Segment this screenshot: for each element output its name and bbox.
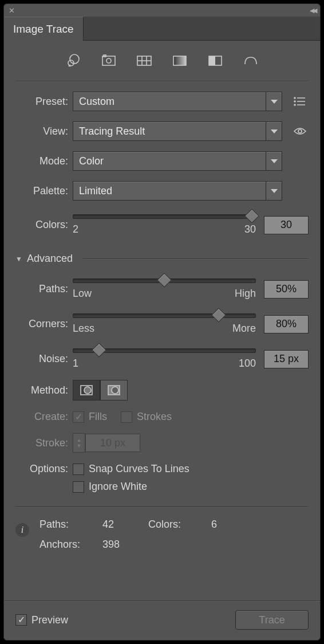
slider-thumb[interactable] bbox=[92, 343, 106, 357]
svg-point-20 bbox=[84, 387, 91, 394]
trace-button-label: Trace bbox=[259, 614, 285, 626]
advanced-section-toggle[interactable]: ▼ Advanced bbox=[15, 253, 309, 265]
preset-icon-row bbox=[15, 50, 309, 81]
palette-label: Palette: bbox=[15, 185, 73, 197]
chevron-down-icon bbox=[266, 122, 282, 140]
advanced-title: Advanced bbox=[27, 253, 73, 265]
stroke-label: Stroke: bbox=[15, 437, 73, 449]
colors-slider[interactable] bbox=[73, 214, 256, 219]
close-icon[interactable]: ✕ bbox=[9, 6, 15, 15]
stroke-input: 10 px bbox=[85, 434, 140, 452]
preview-checkbox[interactable]: ✓ bbox=[15, 614, 27, 626]
svg-point-3 bbox=[106, 58, 111, 63]
auto-color-icon[interactable] bbox=[64, 52, 83, 69]
palette-dropdown[interactable]: Limited bbox=[73, 181, 282, 201]
method-abutting-button[interactable] bbox=[73, 380, 100, 400]
svg-point-15 bbox=[294, 97, 295, 99]
noise-label: Noise: bbox=[15, 353, 73, 365]
svg-point-18 bbox=[298, 129, 302, 133]
paths-max: High bbox=[235, 288, 256, 300]
chevron-down-icon bbox=[266, 92, 282, 111]
noise-min: 1 bbox=[73, 358, 78, 370]
info-colors-value: 6 bbox=[211, 519, 234, 531]
corners-label: Corners: bbox=[15, 318, 73, 330]
info-block: i Paths: 42 Colors: 6 Anchors: 398 bbox=[15, 506, 309, 551]
palette-value: Limited bbox=[79, 185, 112, 197]
slider-thumb[interactable] bbox=[244, 209, 259, 223]
method-label: Method: bbox=[15, 384, 73, 396]
ignore-white-checkbox[interactable] bbox=[73, 481, 84, 493]
disclosure-triangle-icon: ▼ bbox=[15, 255, 22, 263]
info-anchors-value: 398 bbox=[102, 539, 148, 551]
chevron-down-icon bbox=[266, 152, 282, 170]
outline-icon[interactable] bbox=[241, 52, 260, 69]
method-overlapping-button[interactable] bbox=[100, 380, 128, 400]
stroke-stepper: ▲▼ 10 px bbox=[73, 433, 140, 453]
options-label: Options: bbox=[15, 463, 73, 475]
ignore-white-text: Ignore White bbox=[89, 481, 147, 493]
svg-point-0 bbox=[70, 54, 79, 64]
svg-point-16 bbox=[294, 101, 295, 102]
corners-min: Less bbox=[73, 323, 94, 335]
grayscale-icon[interactable] bbox=[170, 52, 189, 69]
corners-input[interactable]: 80% bbox=[264, 315, 309, 333]
fills-text: Fills bbox=[89, 411, 107, 423]
preset-menu-icon[interactable] bbox=[291, 93, 309, 110]
tab-strip: Image Trace bbox=[4, 17, 320, 41]
colors-max: 30 bbox=[244, 223, 256, 235]
image-trace-panel: ✕ ◀◀ Image Trace bbox=[3, 3, 321, 641]
svg-rect-2 bbox=[102, 56, 115, 65]
info-paths-label: Paths: bbox=[39, 519, 102, 531]
paths-label: Paths: bbox=[15, 283, 73, 295]
fills-checkbox: ✓ bbox=[73, 411, 84, 423]
colors-min: 2 bbox=[73, 223, 78, 235]
noise-slider[interactable] bbox=[73, 348, 256, 353]
svg-point-22 bbox=[112, 387, 118, 394]
slider-thumb[interactable] bbox=[157, 273, 171, 287]
snap-curves-checkbox[interactable] bbox=[73, 464, 84, 475]
svg-point-17 bbox=[294, 104, 295, 105]
preset-value: Custom bbox=[79, 96, 114, 108]
slider-thumb[interactable] bbox=[212, 308, 226, 322]
panel-titlebar: ✕ ◀◀ bbox=[4, 4, 320, 17]
snap-curves-text: Snap Curves To Lines bbox=[89, 463, 189, 475]
black-white-icon[interactable] bbox=[206, 52, 225, 69]
paths-min: Low bbox=[73, 288, 92, 300]
panel-footer: ✓ Preview Trace bbox=[4, 600, 320, 640]
colors-label: Colors: bbox=[15, 219, 73, 231]
view-dropdown[interactable]: Tracing Result bbox=[73, 121, 282, 141]
mode-dropdown[interactable]: Color bbox=[73, 151, 282, 171]
svg-rect-11 bbox=[209, 56, 215, 65]
view-label: View: bbox=[15, 125, 73, 138]
corners-slider[interactable] bbox=[73, 313, 256, 318]
info-paths-value: 42 bbox=[102, 519, 148, 531]
preview-label: Preview bbox=[31, 614, 68, 626]
mode-value: Color bbox=[79, 155, 104, 167]
collapse-icon[interactable]: ◀◀ bbox=[310, 7, 315, 14]
tab-image-trace[interactable]: Image Trace bbox=[4, 17, 84, 41]
tab-label: Image Trace bbox=[13, 23, 74, 36]
strokes-text: Strokes bbox=[137, 411, 172, 423]
high-color-icon[interactable] bbox=[99, 52, 118, 69]
preset-label: Preset: bbox=[15, 96, 73, 108]
corners-max: More bbox=[232, 323, 256, 335]
strokes-checkbox bbox=[121, 411, 132, 423]
info-colors-label: Colors: bbox=[148, 519, 211, 531]
view-value: Tracing Result bbox=[79, 125, 145, 138]
preset-dropdown[interactable]: Custom bbox=[73, 92, 282, 111]
mode-label: Mode: bbox=[15, 155, 73, 167]
noise-max: 100 bbox=[239, 358, 256, 370]
info-icon: i bbox=[15, 523, 29, 537]
noise-input[interactable]: 15 px bbox=[264, 350, 309, 368]
colors-input[interactable]: 30 bbox=[264, 216, 309, 234]
divider bbox=[83, 258, 309, 259]
chevron-down-icon bbox=[266, 182, 282, 200]
create-label: Create: bbox=[15, 411, 73, 423]
low-color-icon[interactable] bbox=[135, 52, 154, 69]
trace-button[interactable]: Trace bbox=[235, 610, 309, 630]
paths-slider[interactable] bbox=[73, 278, 256, 283]
info-anchors-label: Anchors: bbox=[39, 539, 102, 551]
svg-rect-9 bbox=[173, 56, 186, 65]
paths-input[interactable]: 50% bbox=[264, 280, 309, 299]
eye-icon[interactable] bbox=[291, 123, 309, 140]
